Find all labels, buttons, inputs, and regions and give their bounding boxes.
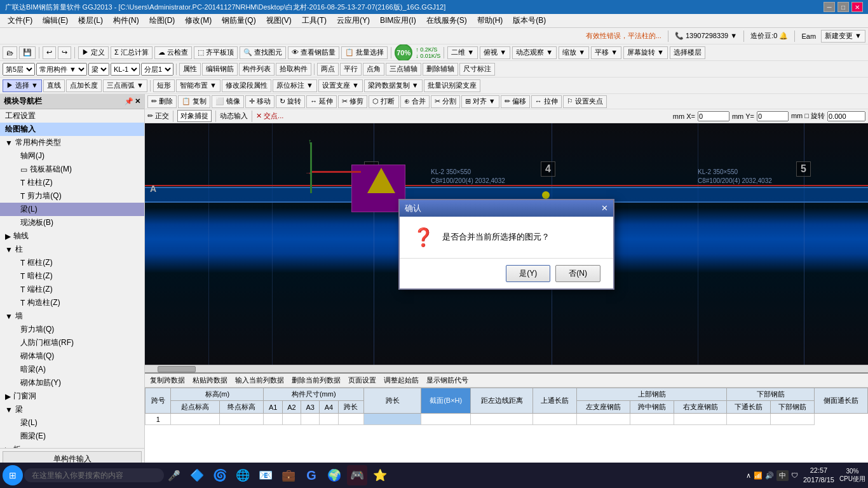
three-point-aux-btn[interactable]: 三点辅轴 xyxy=(386,63,421,76)
nav-beam-group[interactable]: ▼梁 xyxy=(0,403,144,416)
modify-span-btn[interactable]: 修改梁段属性 xyxy=(222,79,271,92)
smart-place-btn[interactable]: 智能布置 ▼ xyxy=(176,79,220,92)
offset-btn[interactable]: ✏ 偏移 xyxy=(501,95,530,108)
nav-masonry-rebar[interactable]: 砌体加筋(Y) xyxy=(0,376,144,390)
menu-item-v[interactable]: 视图(V) xyxy=(261,14,297,27)
nav-engineering-setup[interactable]: 工程设置 xyxy=(0,109,144,123)
nav-beam-l[interactable]: 梁(L) xyxy=(0,416,144,430)
adjust-start-btn[interactable]: 调整起始筋 xyxy=(381,375,421,386)
menu-item-n[interactable]: 构件(N) xyxy=(108,14,144,27)
nav-slab[interactable]: 现浇板(B) xyxy=(0,216,144,229)
td-left-dist[interactable] xyxy=(421,414,471,425)
nav-common-comp[interactable]: ▼ 常用构件类型 xyxy=(0,136,144,149)
nav-end-col[interactable]: T端柱(Z) xyxy=(0,283,144,296)
redo-btn[interactable]: ↪ xyxy=(58,46,71,59)
nav-civil-def-wall[interactable]: 人防门框墙(RF) xyxy=(0,336,144,349)
dialog-close-icon[interactable]: ✕ xyxy=(601,203,608,213)
nav-beam[interactable]: 梁(L) xyxy=(0,203,144,216)
minimize-button[interactable]: ─ xyxy=(824,2,835,12)
td-a3[interactable] xyxy=(301,414,320,425)
level-top-btn[interactable]: ⬚ 齐平板顶 xyxy=(194,46,238,59)
menu-item-bimi[interactable]: BIM应用(I) xyxy=(375,14,421,27)
nav-door-win[interactable]: ▶门窗洞 xyxy=(0,390,144,403)
move-btn[interactable]: ✛ 移动 xyxy=(245,95,275,108)
view-btn[interactable]: 俯视 ▼ xyxy=(480,46,510,59)
nav-column[interactable]: T柱柱(Z) xyxy=(0,176,144,189)
nav-frame-col[interactable]: T框柱(Z) xyxy=(0,256,144,269)
floor-select[interactable]: 第5层 xyxy=(3,63,35,76)
page-setup-btn[interactable]: 页面设置 xyxy=(346,375,379,386)
find-element-btn[interactable]: 🔍 查找图元 xyxy=(240,46,286,59)
td-a4[interactable] xyxy=(320,414,338,425)
nav-sw2[interactable]: 剪力墙(Q) xyxy=(0,323,144,336)
td-end-elev[interactable] xyxy=(220,414,264,425)
start-button[interactable]: ⊞ xyxy=(3,465,23,485)
close-button[interactable]: ✕ xyxy=(851,2,863,12)
calc-btn[interactable]: Σ 汇总计算 xyxy=(111,46,153,59)
rotate-input[interactable] xyxy=(827,111,865,121)
nav-raft-found[interactable]: ▭筏板基础(M) xyxy=(0,163,144,176)
taskbar-icon-g[interactable]: G xyxy=(301,465,322,485)
paste-span-btn[interactable]: 粘贴跨数据 xyxy=(190,375,230,386)
tray-network[interactable]: 📶 xyxy=(754,471,763,480)
menu-item-t[interactable]: 工具(T) xyxy=(297,14,332,27)
2d-btn[interactable]: 二维 ▼ xyxy=(447,46,478,59)
menu-item-m[interactable]: 修改(M) xyxy=(180,14,217,27)
scrollbar-thumb[interactable] xyxy=(158,366,196,372)
new-change[interactable]: 新建变更 ▼ xyxy=(821,30,865,43)
undo-btn[interactable]: ↩ xyxy=(43,46,56,59)
taskbar-icon-app5[interactable]: 💼 xyxy=(278,465,299,485)
select-btn[interactable]: ▶ 选择 ▼ xyxy=(3,79,42,92)
dialog-yes-button[interactable]: 是(Y) xyxy=(506,265,550,282)
taskbar-icon-app2[interactable]: 🌀 xyxy=(210,465,230,485)
td-mid-rebar[interactable] xyxy=(577,414,630,425)
rotate-canvas-btn[interactable]: ↻ 旋转 xyxy=(276,95,305,108)
snap-btn[interactable]: 对象捕捉 xyxy=(177,110,212,122)
stretch-btn[interactable]: ↔ 拉伸 xyxy=(531,95,562,108)
dyn-input-btn[interactable]: 动态输入 xyxy=(220,111,248,121)
nav-draw-input[interactable]: 绘图输入 xyxy=(0,123,144,136)
comp-type-select[interactable]: 常用构件 ▼ xyxy=(36,63,87,76)
cloud-check-btn[interactable]: ☁ 云检查 xyxy=(154,46,192,59)
kl-select[interactable]: KL-1 xyxy=(111,63,140,76)
horizontal-scrollbar[interactable] xyxy=(145,365,868,372)
nav-ring-beam[interactable]: 圈梁(E) xyxy=(0,430,144,443)
line-btn[interactable]: 直线 xyxy=(43,79,65,92)
td-a1[interactable] xyxy=(264,414,282,425)
td-bot-steel[interactable] xyxy=(727,414,771,425)
nav-axis-grid[interactable]: 轴网(J) xyxy=(0,149,144,163)
menu-item-l[interactable]: 楼层(L) xyxy=(73,14,108,27)
split-btn[interactable]: ✂ 分割 xyxy=(431,95,460,108)
menu-item-d[interactable]: 绘图(D) xyxy=(144,14,180,27)
td-top-long[interactable] xyxy=(471,414,533,425)
pan-btn[interactable]: 平移 ▼ xyxy=(591,46,621,59)
dynamic-view-btn[interactable]: 动态观察 ▼ xyxy=(512,46,557,59)
beam-select[interactable]: 梁 xyxy=(88,63,109,76)
set-grip-btn[interactable]: ⚐ 设置夹点 xyxy=(563,95,607,108)
rect-btn[interactable]: 短形 xyxy=(153,79,175,92)
nav-axis[interactable]: ▶轴线 xyxy=(0,229,144,243)
taskbar-icon-star[interactable]: ⭐ xyxy=(370,465,390,485)
taskbar-mic[interactable]: 🎤 xyxy=(168,470,180,482)
nav-hidden-col[interactable]: T暗柱(Z) xyxy=(0,269,144,283)
property-btn[interactable]: 属性 xyxy=(179,63,201,76)
tray-ime[interactable]: 中 xyxy=(776,470,789,481)
pick-comp-btn[interactable]: 拾取构件 xyxy=(276,63,311,76)
nav-shear-wall[interactable]: T剪力墙(Q) xyxy=(0,189,144,203)
layer-select[interactable]: 分层1 xyxy=(141,63,173,76)
tray-sound[interactable]: 🔊 xyxy=(765,471,774,480)
ortho-btn[interactable]: ✏ 正交 xyxy=(147,111,169,121)
rotate-btn[interactable]: 屏幕旋转 ▼ xyxy=(623,46,668,59)
td-side-long[interactable] xyxy=(771,414,815,425)
tray-arrow[interactable]: ∧ xyxy=(746,471,751,480)
x-input[interactable] xyxy=(698,111,729,121)
nav-struct-col[interactable]: T构造柱(Z) xyxy=(0,296,144,309)
tray-antivirus[interactable]: 🛡 xyxy=(791,471,798,479)
copy-span-btn[interactable]: 复制跨数据 xyxy=(147,375,187,386)
td-start-elev[interactable] xyxy=(171,414,220,425)
set-support-btn[interactable]: 设置支座 ▼ xyxy=(318,79,363,92)
del-aux-btn[interactable]: 删除辅轴 xyxy=(423,63,458,76)
nav-col-group[interactable]: ▼柱 xyxy=(0,243,144,256)
point-angle-btn[interactable]: 点角 xyxy=(363,63,384,76)
menu-item-y[interactable]: 云应用(Y) xyxy=(332,14,375,27)
